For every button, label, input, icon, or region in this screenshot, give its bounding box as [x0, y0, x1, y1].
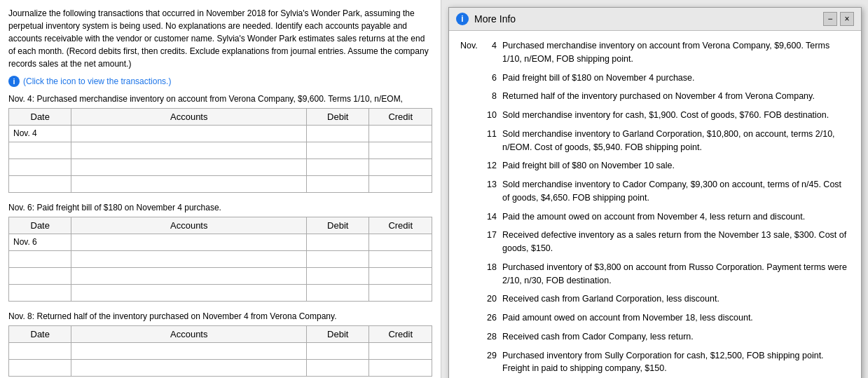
table-row: [9, 159, 432, 176]
dialog-entry-month: Nov.: [460, 39, 485, 66]
date-cell-empty: [9, 285, 71, 302]
journal-table-1: Date Accounts Debit Credit Nov. 4: [8, 108, 432, 193]
debit-input[interactable]: [310, 127, 366, 140]
debit-input[interactable]: [310, 161, 366, 174]
accounts-cell[interactable]: [71, 251, 307, 268]
debit-cell[interactable]: [307, 176, 369, 193]
dialog-entry-desc: Paid amount owed on account from Novembe…: [502, 311, 850, 325]
credit-input[interactable]: [372, 269, 429, 283]
debit-cell[interactable]: [307, 360, 369, 377]
credit-cell[interactable]: [369, 343, 432, 360]
debit-cell[interactable]: [307, 142, 369, 159]
debit-cell[interactable]: [307, 126, 369, 142]
accounts-input[interactable]: [74, 177, 303, 191]
credit-cell[interactable]: [369, 360, 432, 377]
dialog-entry-num: 18: [485, 261, 502, 288]
col-header-date-2: Date: [9, 217, 71, 234]
debit-input[interactable]: [310, 344, 366, 358]
accounts-input[interactable]: [74, 144, 303, 157]
date-cell-empty: [9, 142, 71, 159]
dialog-entry-month: [460, 72, 485, 85]
dialog-entry-row: 26Paid amount owed on account from Novem…: [460, 311, 850, 325]
click-icon-row[interactable]: i (Click the icon to view the transactio…: [8, 76, 432, 87]
credit-cell[interactable]: [369, 234, 432, 251]
debit-cell[interactable]: [307, 343, 369, 360]
accounts-input[interactable]: [74, 127, 303, 140]
dialog-entry-num: 14: [485, 210, 502, 224]
accounts-input[interactable]: [74, 252, 303, 266]
debit-cell[interactable]: [307, 234, 369, 251]
accounts-input[interactable]: [74, 286, 303, 299]
credit-cell[interactable]: [369, 159, 432, 176]
date-cell-1: Nov. 4: [9, 126, 71, 142]
credit-cell[interactable]: [369, 126, 432, 142]
dialog-content: Nov.4Purchased merchandise inventory on …: [449, 31, 861, 378]
dialog-entry-desc: Paid the amount owed on account from Nov…: [502, 210, 850, 224]
debit-cell[interactable]: [307, 268, 369, 285]
col-header-debit-2: Debit: [307, 217, 369, 234]
debit-cell[interactable]: [307, 285, 369, 302]
accounts-cell[interactable]: [71, 176, 307, 193]
credit-cell[interactable]: [369, 268, 432, 285]
dialog-entry-month: [460, 159, 485, 173]
debit-input[interactable]: [310, 269, 366, 283]
accounts-input[interactable]: [74, 269, 303, 283]
minimize-button[interactable]: −: [823, 12, 837, 26]
credit-input[interactable]: [372, 361, 429, 374]
click-note[interactable]: (Click the icon to view the transactions…: [23, 76, 171, 86]
debit-cell[interactable]: [307, 251, 369, 268]
credit-cell[interactable]: [369, 285, 432, 302]
credit-input[interactable]: [372, 144, 429, 157]
dialog-entry-month: [460, 109, 485, 122]
close-button[interactable]: ×: [840, 12, 854, 26]
debit-input[interactable]: [310, 252, 366, 266]
col-header-debit-3: Debit: [307, 326, 369, 343]
accounts-cell[interactable]: [71, 142, 307, 159]
credit-input[interactable]: [372, 161, 429, 174]
debit-input[interactable]: [310, 236, 366, 249]
debit-cell[interactable]: [307, 159, 369, 176]
debit-input[interactable]: [310, 361, 366, 374]
date-cell-empty: [9, 360, 71, 377]
dialog-entry-month: [460, 128, 485, 154]
dialog-entry-desc: Purchased inventory from Sully Corporati…: [502, 349, 850, 376]
table-row: [9, 360, 432, 377]
date-cell-empty: [9, 159, 71, 176]
dialog-entry-desc: Paid freight bill of $180 on November 4 …: [502, 72, 850, 85]
accounts-cell[interactable]: [71, 126, 307, 142]
credit-cell[interactable]: [369, 176, 432, 193]
accounts-cell[interactable]: [71, 285, 307, 302]
dialog-entry-row: 17Received defective inventory as a sale…: [460, 229, 850, 255]
credit-input[interactable]: [372, 252, 429, 266]
credit-cell[interactable]: [369, 142, 432, 159]
credit-input[interactable]: [372, 177, 429, 191]
accounts-cell[interactable]: [71, 234, 307, 251]
accounts-input[interactable]: [74, 161, 303, 174]
dialog-entry-row: 6Paid freight bill of $180 on November 4…: [460, 72, 850, 85]
accounts-cell[interactable]: [71, 360, 307, 377]
dialog-entry-month: [460, 349, 485, 376]
col-header-accounts-1: Accounts: [71, 109, 307, 126]
journal-table-2: Date Accounts Debit Credit Nov. 6: [8, 217, 432, 302]
credit-input[interactable]: [372, 344, 429, 358]
accounts-input[interactable]: [74, 361, 303, 374]
credit-input[interactable]: [372, 286, 429, 299]
col-header-date-3: Date: [9, 326, 71, 343]
accounts-cell[interactable]: [71, 268, 307, 285]
debit-input[interactable]: [310, 286, 366, 299]
accounts-cell[interactable]: [71, 159, 307, 176]
dialog-entry-row: 29Purchased inventory from Sully Corpora…: [460, 349, 850, 376]
accounts-input[interactable]: [74, 236, 303, 249]
dialog-entry-month: [460, 311, 485, 325]
debit-input[interactable]: [310, 177, 366, 191]
credit-cell[interactable]: [369, 251, 432, 268]
date-cell-empty: [9, 268, 71, 285]
accounts-input[interactable]: [74, 344, 303, 358]
info-icon[interactable]: i: [8, 76, 20, 87]
credit-input[interactable]: [372, 127, 429, 140]
dialog-entry-month: [460, 90, 485, 103]
credit-input[interactable]: [372, 236, 429, 249]
accounts-cell[interactable]: [71, 343, 307, 360]
debit-input[interactable]: [310, 144, 366, 157]
col-header-debit-1: Debit: [307, 109, 369, 126]
